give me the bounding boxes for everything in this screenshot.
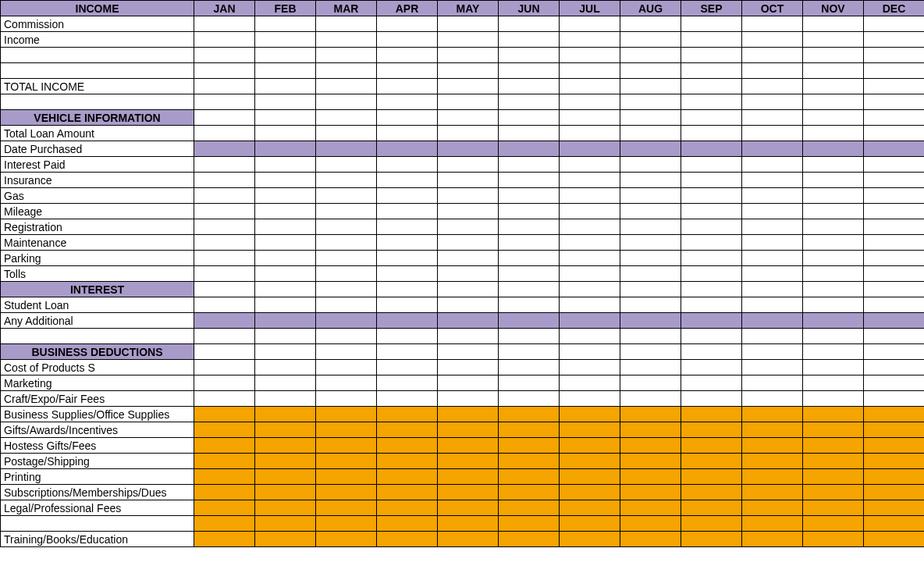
data-cell[interactable] [499,219,560,235]
data-cell[interactable] [255,235,316,251]
data-cell[interactable] [803,391,864,407]
data-cell[interactable] [377,391,438,407]
data-cell[interactable] [864,32,925,48]
data-cell[interactable] [316,204,377,219]
row-label-cell[interactable]: Gifts/Awards/Incentives [1,422,194,438]
data-cell[interactable] [742,235,803,251]
data-cell[interactable] [194,344,255,360]
data-cell[interactable] [377,297,438,313]
data-cell[interactable] [560,94,620,110]
data-cell[interactable] [194,532,255,547]
data-cell[interactable] [742,219,803,235]
data-cell[interactable] [620,407,681,422]
data-cell[interactable] [620,188,681,204]
data-cell[interactable] [803,532,864,547]
data-cell[interactable] [377,266,438,282]
data-cell[interactable] [560,329,620,344]
data-cell[interactable] [803,48,864,63]
data-cell[interactable] [316,469,377,485]
data-cell[interactable] [194,16,255,32]
data-cell[interactable] [742,344,803,360]
data-cell[interactable] [499,235,560,251]
data-cell[interactable] [499,375,560,391]
data-cell[interactable] [438,469,499,485]
data-cell[interactable] [803,329,864,344]
data-cell[interactable] [864,251,925,266]
data-cell[interactable] [742,469,803,485]
data-cell[interactable] [864,407,925,422]
data-cell[interactable] [499,126,560,141]
row-label-cell[interactable]: Craft/Expo/Fair Fees [1,391,194,407]
data-cell[interactable] [438,438,499,454]
data-cell[interactable] [316,532,377,547]
data-cell[interactable] [560,204,620,219]
data-cell[interactable] [255,360,316,375]
data-cell[interactable] [864,16,925,32]
data-cell[interactable] [438,344,499,360]
data-cell[interactable] [316,79,377,94]
data-cell[interactable] [742,16,803,32]
data-cell[interactable] [377,407,438,422]
data-cell[interactable] [499,157,560,173]
data-cell[interactable] [803,438,864,454]
data-cell[interactable] [864,48,925,63]
row-label-cell[interactable]: Total Loan Amount [1,126,194,141]
data-cell[interactable] [803,454,864,469]
data-cell[interactable] [742,204,803,219]
data-cell[interactable] [255,110,316,126]
data-cell[interactable] [255,344,316,360]
data-cell[interactable] [864,79,925,94]
data-cell[interactable] [864,375,925,391]
data-cell[interactable] [864,282,925,297]
data-cell[interactable] [560,188,620,204]
data-cell[interactable] [681,454,742,469]
data-cell[interactable] [560,469,620,485]
data-cell[interactable] [803,63,864,79]
data-cell[interactable] [255,422,316,438]
data-cell[interactable] [803,32,864,48]
data-cell[interactable] [803,407,864,422]
data-cell[interactable] [620,516,681,532]
data-cell[interactable] [620,204,681,219]
data-cell[interactable] [620,235,681,251]
data-cell[interactable] [316,235,377,251]
data-cell[interactable] [620,141,681,157]
data-cell[interactable] [560,235,620,251]
data-cell[interactable] [438,391,499,407]
data-cell[interactable] [864,360,925,375]
data-cell[interactable] [864,157,925,173]
data-cell[interactable] [499,313,560,329]
data-cell[interactable] [255,266,316,282]
data-cell[interactable] [194,188,255,204]
data-cell[interactable] [255,79,316,94]
data-cell[interactable] [681,391,742,407]
data-cell[interactable] [194,219,255,235]
data-cell[interactable] [742,251,803,266]
data-cell[interactable] [316,344,377,360]
data-cell[interactable] [438,282,499,297]
data-cell[interactable] [377,126,438,141]
row-label-cell[interactable]: Marketing [1,375,194,391]
data-cell[interactable] [742,157,803,173]
data-cell[interactable] [377,313,438,329]
data-cell[interactable] [742,454,803,469]
data-cell[interactable] [681,63,742,79]
data-cell[interactable] [316,126,377,141]
data-cell[interactable] [681,282,742,297]
data-cell[interactable] [560,391,620,407]
data-cell[interactable] [803,173,864,188]
row-label-cell[interactable] [1,516,194,532]
data-cell[interactable] [620,266,681,282]
data-cell[interactable] [438,48,499,63]
data-cell[interactable] [316,516,377,532]
data-cell[interactable] [864,485,925,500]
data-cell[interactable] [681,532,742,547]
data-cell[interactable] [560,360,620,375]
data-cell[interactable] [803,79,864,94]
data-cell[interactable] [255,438,316,454]
data-cell[interactable] [620,173,681,188]
data-cell[interactable] [681,500,742,516]
data-cell[interactable] [194,157,255,173]
row-label-cell[interactable]: Parking [1,251,194,266]
data-cell[interactable] [255,188,316,204]
